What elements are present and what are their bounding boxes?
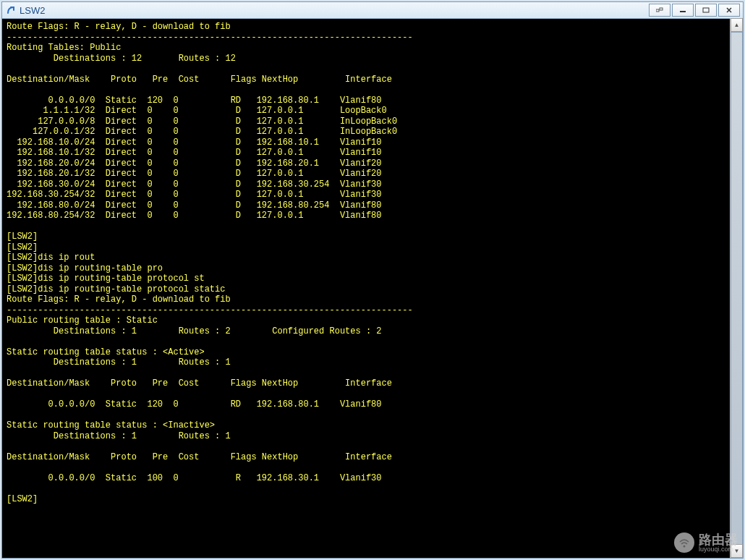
watermark-url: luyouqi.com <box>699 546 738 553</box>
scroll-track[interactable] <box>731 32 743 544</box>
minimize-button[interactable] <box>672 4 694 17</box>
titlebar[interactable]: LSW2 <box>2 2 743 19</box>
svg-rect-0 <box>656 9 659 12</box>
router-icon <box>674 533 694 553</box>
watermark: 路由器 luyouqi.com <box>674 533 738 553</box>
app-window: LSW2 Route Flags: R - relay, D - downloa… <box>1 1 744 559</box>
window-title: LSW2 <box>20 5 649 16</box>
maximize-button[interactable] <box>695 4 717 17</box>
vertical-scrollbar[interactable]: ▲ ▼ <box>730 18 743 558</box>
watermark-title: 路由器 <box>699 533 738 546</box>
scroll-up-button[interactable]: ▲ <box>731 18 743 32</box>
terminal-output[interactable]: Route Flags: R - relay, D - download to … <box>2 19 743 558</box>
scroll-thumb[interactable] <box>731 32 743 546</box>
svg-point-6 <box>684 546 686 548</box>
app-icon <box>5 4 17 16</box>
extra-button[interactable] <box>649 4 670 17</box>
window-controls <box>649 4 740 17</box>
svg-rect-1 <box>660 8 663 10</box>
close-button[interactable] <box>718 4 740 17</box>
svg-rect-3 <box>703 8 709 12</box>
